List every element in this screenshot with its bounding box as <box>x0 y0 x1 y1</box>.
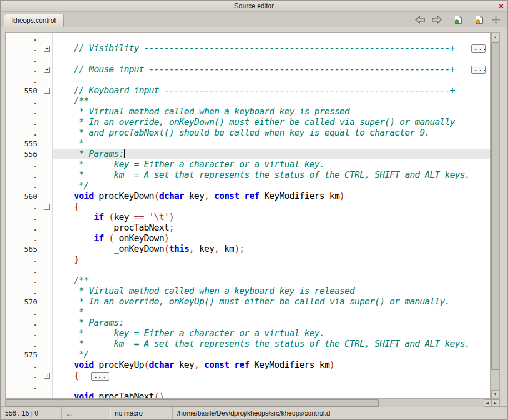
editor-toolbar <box>410 14 502 25</box>
line-number: . <box>6 54 41 64</box>
macro-status: no macro <box>110 407 173 419</box>
fold-gutter <box>41 149 53 159</box>
line-number: . <box>6 107 41 117</box>
code-line[interactable]: . <box>6 265 490 276</box>
code-line[interactable]: . * key = Either a character or a virtua… <box>6 328 490 339</box>
line-number: . <box>6 276 41 286</box>
code-text <box>53 54 490 64</box>
code-line[interactable]: 560 void procKeyDown(dchar key, const re… <box>6 191 490 202</box>
scroll-down-icon[interactable]: ▼ <box>491 390 499 398</box>
vertical-scrollbar[interactable]: ▲ ▼ <box>491 32 500 399</box>
code-text <box>53 381 490 392</box>
line-number: . <box>6 223 41 233</box>
code-line[interactable]: . * Virtual method called when a keyboar… <box>6 107 490 117</box>
fold-gutter: + <box>41 371 53 381</box>
new-doc-icon[interactable] <box>452 14 464 25</box>
code-line[interactable]: . /** <box>6 276 490 286</box>
scroll-right-icon[interactable]: ▶ <box>491 399 499 407</box>
fold-gutter: − <box>41 202 53 212</box>
folded-ellipsis[interactable]: ... <box>91 372 109 381</box>
code-line[interactable]: . */ <box>6 181 490 191</box>
code-text: * Virtual method called when a keyboard … <box>53 286 490 297</box>
close-icon[interactable]: × <box>499 1 504 11</box>
scroll-up-icon[interactable]: ▲ <box>491 33 499 41</box>
fold-collapse-icon[interactable]: − <box>44 204 50 210</box>
code-text: {... <box>53 371 490 381</box>
code-line[interactable]: . if (_onKeyDown) <box>6 233 490 244</box>
line-number: 565 <box>6 244 41 254</box>
fold-gutter <box>41 159 53 170</box>
save-doc-icon[interactable] <box>473 14 485 25</box>
vscroll-thumb[interactable] <box>491 42 499 370</box>
code-text: if (_onKeyDown) <box>53 233 490 244</box>
code-line[interactable]: . * Virtual method called when a keyboar… <box>6 286 490 297</box>
back-icon[interactable] <box>414 14 426 25</box>
fold-gutter <box>41 307 53 318</box>
line-number: 560 <box>6 191 41 202</box>
code-line[interactable]: .+ // Visibility -----------------------… <box>6 43 490 54</box>
fold-collapse-icon[interactable]: − <box>44 88 50 94</box>
code-line[interactable]: . * Params: <box>6 318 490 328</box>
code-text: * km = A set that represents the status … <box>53 339 490 349</box>
tab-kheops-control[interactable]: kheops.control <box>4 14 64 27</box>
line-number: 570 <box>6 297 41 307</box>
hscroll-track[interactable] <box>6 399 484 407</box>
code-line[interactable]: . * and procTabNext() should be called w… <box>6 128 490 138</box>
code-line[interactable]: . <box>6 75 490 86</box>
horizontal-scrollbar[interactable]: ◀ ▶ <box>5 399 500 407</box>
code-line[interactable]: 570 * In an override, onKeyUp() must eit… <box>6 297 490 307</box>
fold-gutter <box>41 254 53 265</box>
code-line[interactable]: 550− // Keyboard input -----------------… <box>6 86 490 96</box>
hscroll-thumb[interactable] <box>6 399 379 407</box>
fold-expand-icon[interactable]: + <box>44 373 50 379</box>
scroll-left-icon[interactable]: ◀ <box>484 399 491 407</box>
fold-expand-icon[interactable]: + <box>44 67 50 73</box>
code-line[interactable]: 565 _onKeyDown(this, key, km); <box>6 244 490 254</box>
folded-ellipsis[interactable]: ... <box>471 44 486 53</box>
code-text: * km = A set that represents the status … <box>53 170 490 181</box>
code-area[interactable]: ..+ // Visibility ----------------------… <box>5 32 491 399</box>
line-number: . <box>6 318 41 328</box>
line-number: . <box>6 328 41 339</box>
code-line[interactable]: . * km = A set that represents the statu… <box>6 339 490 349</box>
fold-gutter <box>41 360 53 371</box>
code-line[interactable]: .− { <box>6 202 490 212</box>
caret-position: 556 : 15 | 0 <box>1 407 62 419</box>
detach-icon[interactable] <box>490 14 502 25</box>
code-line[interactable]: . procTabNext; <box>6 223 490 233</box>
code-line[interactable]: . <box>6 33 490 43</box>
line-number: . <box>6 360 41 371</box>
code-line[interactable]: 556 * Params: <box>6 149 490 159</box>
fold-expand-icon[interactable]: + <box>44 46 50 52</box>
forward-icon[interactable] <box>431 14 443 25</box>
code-line[interactable]: . <box>6 381 490 392</box>
code-line[interactable]: . * km = A set that represents the statu… <box>6 170 490 181</box>
code-line[interactable]: . * In an override, onKeyDown() must eit… <box>6 117 490 128</box>
line-number: . <box>6 254 41 265</box>
code-text: _onKeyDown(this, key, km); <box>53 244 490 254</box>
line-number: . <box>6 265 41 276</box>
code-line[interactable]: 555 * <box>6 138 490 149</box>
code-text: void procTabNext() <box>53 392 490 399</box>
code-line[interactable]: . * key = Either a character or a virtua… <box>6 159 490 170</box>
code-line[interactable]: . void procKeyUp(dchar key, const ref Ke… <box>6 360 490 371</box>
code-line[interactable]: . } <box>6 254 490 265</box>
vscroll-track[interactable] <box>491 41 499 390</box>
code-line[interactable]: . /** <box>6 96 490 107</box>
code-line[interactable]: . <box>6 54 490 64</box>
fold-gutter: − <box>41 86 53 96</box>
code-line[interactable]: 575 */ <box>6 349 490 360</box>
code-line[interactable]: . void procTabNext() <box>6 392 490 399</box>
code-text: // Keyboard input ----------------------… <box>53 86 490 96</box>
titlebar: Source editor × <box>1 1 507 12</box>
code-line[interactable]: .+ // Mouse input ----------------------… <box>6 64 490 75</box>
code-line[interactable]: . * <box>6 307 490 318</box>
code-text: * and procTabNext() should be called whe… <box>53 128 490 138</box>
code-line[interactable]: .+ {... <box>6 371 490 381</box>
folded-ellipsis[interactable]: ... <box>471 66 486 74</box>
fold-gutter <box>41 212 53 223</box>
fold-gutter <box>41 381 53 392</box>
fold-gutter <box>41 138 53 149</box>
code-text: /** <box>53 96 490 107</box>
code-line[interactable]: . if (key == '\t') <box>6 212 490 223</box>
